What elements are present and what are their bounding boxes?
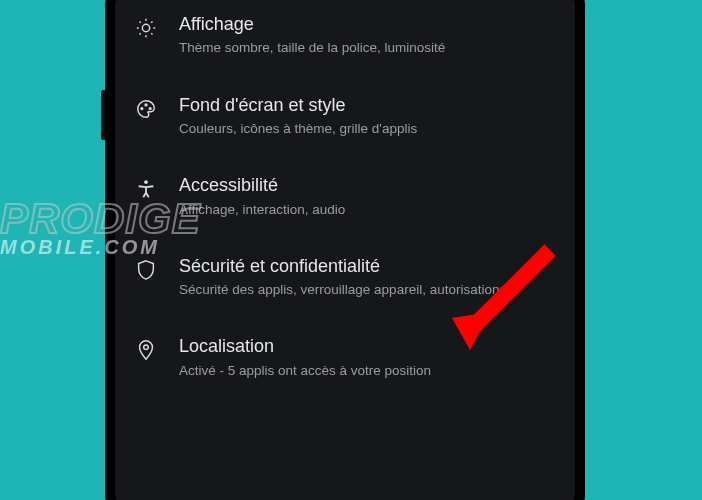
settings-item-display[interactable]: Affichage Thème sombre, taille de la pol… xyxy=(115,0,575,76)
brightness-icon xyxy=(133,15,159,41)
settings-item-text: Accessibilité Affichage, interaction, au… xyxy=(179,174,553,219)
settings-item-text: Affichage Thème sombre, taille de la pol… xyxy=(179,13,553,58)
watermark: PRODIGE MOBILE.COM xyxy=(0,200,201,259)
settings-item-subtitle: Couleurs, icônes à thème, grille d'appli… xyxy=(179,120,553,138)
location-icon xyxy=(133,337,159,363)
svg-point-0 xyxy=(142,24,149,31)
palette-icon xyxy=(133,96,159,122)
settings-item-subtitle: Thème sombre, taille de la police, lumin… xyxy=(179,39,553,57)
shield-icon xyxy=(133,257,159,283)
svg-point-2 xyxy=(145,104,147,106)
phone-side-button xyxy=(101,90,105,140)
watermark-line1: PRODIGE xyxy=(0,200,201,238)
settings-item-wallpaper[interactable]: Fond d'écran et style Couleurs, icônes à… xyxy=(115,76,575,157)
settings-item-title: Accessibilité xyxy=(179,174,553,197)
settings-item-text: Sécurité et confidentialité Sécurité des… xyxy=(179,255,553,300)
settings-item-title: Sécurité et confidentialité xyxy=(179,255,553,278)
svg-point-4 xyxy=(144,181,148,185)
settings-item-text: Localisation Activé - 5 applis ont accès… xyxy=(179,335,553,380)
settings-item-location[interactable]: Localisation Activé - 5 applis ont accès… xyxy=(115,317,575,398)
settings-item-title: Fond d'écran et style xyxy=(179,94,553,117)
svg-point-1 xyxy=(141,107,143,109)
svg-point-5 xyxy=(144,345,149,350)
settings-item-text: Fond d'écran et style Couleurs, icônes à… xyxy=(179,94,553,139)
settings-item-title: Affichage xyxy=(179,13,553,36)
settings-item-subtitle: Sécurité des applis, verrouillage appare… xyxy=(179,281,553,299)
svg-point-3 xyxy=(149,107,151,109)
settings-item-subtitle: Affichage, interaction, audio xyxy=(179,201,553,219)
settings-item-title: Localisation xyxy=(179,335,553,358)
settings-item-subtitle: Activé - 5 applis ont accès à votre posi… xyxy=(179,362,553,380)
